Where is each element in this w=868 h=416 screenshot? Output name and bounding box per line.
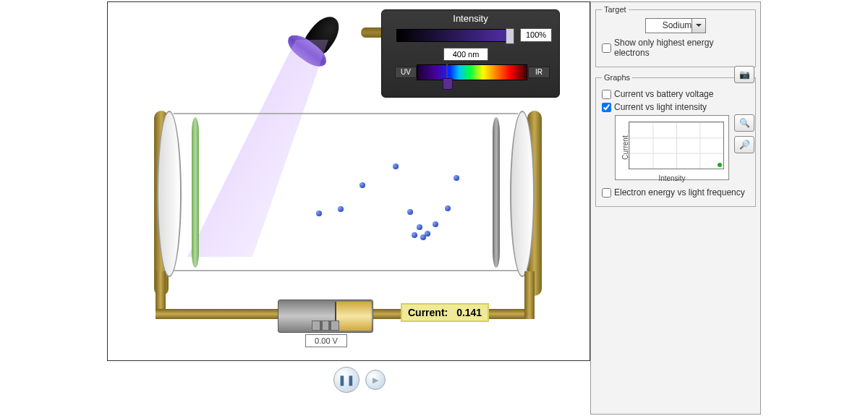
wire — [524, 271, 535, 319]
target-fieldset: Target Sodium Show only highest energy e… — [595, 5, 756, 67]
intensity-slider[interactable] — [396, 29, 512, 42]
graph-current-intensity: Current Intensity — [615, 115, 729, 180]
zoom-out-icon: 🔎 — [739, 140, 750, 150]
graph-current-voltage-label: Current vs battery voltage — [614, 89, 713, 99]
zoom-out-button[interactable]: 🔎 — [734, 136, 754, 153]
phototube — [163, 113, 529, 271]
wavelength-value: 400 nm — [443, 48, 488, 61]
battery-voltage-readout: 0.00 V — [305, 334, 347, 347]
show-highest-label: Show only highest energy electrons — [614, 38, 749, 58]
graph-current-intensity-checkbox[interactable]: Current vs light intensity — [602, 102, 749, 112]
electron — [359, 182, 365, 188]
graph-y-axis-label: Current — [621, 135, 629, 159]
side-panel: Target Sodium Show only highest energy e… — [590, 1, 761, 415]
anode-plate — [493, 117, 500, 268]
graph-current-voltage-checkbox[interactable]: Current vs battery voltage — [602, 89, 749, 99]
graph-energy-frequency-label: Electron energy vs light frequency — [614, 187, 745, 198]
electron — [338, 206, 344, 212]
zoom-in-icon: 🔍 — [739, 118, 750, 128]
chevron-down-icon — [692, 19, 705, 33]
ir-label: IR — [528, 67, 550, 78]
pause-icon: ❚❚ — [338, 374, 355, 386]
playback-controls: ❚❚ ▶ — [333, 367, 386, 393]
battery-voltage-slider[interactable] — [312, 321, 339, 331]
electron — [393, 164, 399, 169]
cathode-plate — [192, 117, 199, 268]
wire — [156, 271, 166, 309]
camera-icon: 📷 — [739, 69, 750, 80]
graph-current-intensity-input[interactable] — [602, 103, 611, 112]
graph-x-axis-label: Intensity — [616, 174, 728, 182]
wire — [156, 309, 278, 319]
graph-energy-frequency-checkbox[interactable]: Electron energy vs light frequency — [602, 187, 749, 198]
step-icon: ▶ — [373, 375, 378, 385]
graph-current-intensity-label: Current vs light intensity — [614, 102, 707, 112]
graph-data-point — [718, 163, 722, 167]
wavelength-slider[interactable] — [417, 64, 527, 80]
zoom-in-button[interactable]: 🔍 — [734, 114, 754, 132]
light-control-panel: Intensity 100% 400 nm UV IR — [381, 9, 560, 98]
target-selected: Sodium — [663, 20, 692, 30]
lamp[interactable] — [275, 2, 346, 77]
electron — [407, 209, 413, 215]
show-highest-checkbox[interactable]: Show only highest energy electrons — [602, 38, 749, 58]
electron — [445, 205, 451, 211]
electron — [412, 232, 417, 238]
show-highest-input[interactable] — [602, 43, 611, 53]
graph-energy-frequency-input[interactable] — [602, 188, 611, 198]
electron — [417, 224, 422, 230]
simulation-canvas: 0.00 V Current: 0.141 Intensity 100% 400… — [107, 1, 590, 361]
graphs-legend: Graphs — [602, 73, 632, 82]
target-legend: Target — [602, 5, 629, 14]
electron — [454, 175, 459, 181]
target-select[interactable]: Sodium — [645, 18, 706, 33]
camera-button[interactable]: 📷 — [734, 66, 754, 83]
pause-button[interactable]: ❚❚ — [333, 367, 359, 393]
current-readout: Current: 0.141 — [401, 303, 489, 322]
intensity-title: Intensity — [382, 13, 559, 24]
electron — [420, 234, 426, 240]
graphs-fieldset: Graphs Current vs battery voltage Curren… — [595, 73, 756, 207]
step-button[interactable]: ▶ — [365, 370, 386, 390]
electron — [433, 221, 438, 227]
intensity-value: 100% — [520, 28, 552, 42]
current-value: 0.141 — [456, 307, 482, 318]
graph-current-voltage-input[interactable] — [602, 90, 611, 99]
current-label: Current: — [408, 307, 448, 318]
electron — [316, 211, 322, 216]
intensity-slider-thumb[interactable] — [506, 28, 514, 44]
battery — [278, 300, 373, 333]
uv-label: UV — [395, 67, 417, 78]
